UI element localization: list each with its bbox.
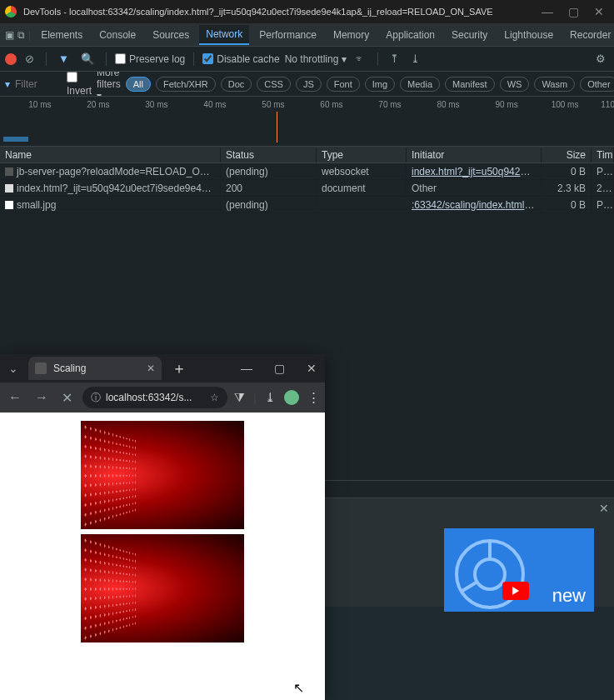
timeline-tick: 10 ms (28, 100, 51, 109)
cell-initiator[interactable]: :63342/scaling/index.html?_ijt= (407, 198, 542, 212)
browser-tab[interactable]: Scaling ✕ (28, 357, 162, 380)
disable-cache-label: Disable cache (217, 53, 279, 65)
cell-status: (pending) (221, 198, 317, 212)
tab-recorder[interactable]: Recorder (563, 26, 614, 44)
timeline-tick: 40 ms (203, 100, 226, 109)
tab-memory[interactable]: Memory (327, 26, 376, 44)
tab-performance[interactable]: Performance (252, 26, 323, 44)
clear-button[interactable]: ⊘ (22, 51, 37, 67)
forward-button[interactable]: → (32, 390, 52, 405)
preserve-log-checkbox[interactable]: Preserve log (115, 53, 185, 65)
col-initiator[interactable]: Initiator (407, 148, 542, 162)
table-row[interactable]: jb-server-page?reloadMode=RELOAD_ON_SAVE… (0, 163, 614, 180)
tab-console[interactable]: Console (92, 26, 142, 44)
table-row[interactable]: index.html?_ijt=u50q942u0ect7i9sede9e4k1… (0, 180, 614, 197)
filter-type-img[interactable]: Img (365, 77, 395, 92)
more-filters-select[interactable]: More filters ▾ (97, 72, 121, 97)
table-row[interactable]: small.jpg(pending):63342/scaling/index.h… (0, 197, 614, 213)
chrome-logo-icon (5, 6, 17, 18)
stop-reload-button[interactable]: ✕ (58, 390, 76, 406)
maximize-button[interactable]: ▢ (568, 5, 579, 18)
preserve-log-label: Preserve log (129, 53, 185, 65)
browser-menu-icon[interactable]: ⋮ (307, 390, 320, 405)
profile-avatar-icon[interactable] (284, 390, 299, 405)
disable-cache-checkbox[interactable]: Disable cache (202, 53, 279, 65)
record-button[interactable] (5, 53, 17, 65)
network-toolbar-filter: ▾ Invert More filters ▾ All Fetch/XHR Do… (0, 72, 614, 97)
filter-type-fetchxhr[interactable]: Fetch/XHR (156, 77, 216, 92)
request-type-icon (5, 201, 13, 209)
video-thumbnail[interactable]: new (444, 528, 594, 612)
back-button[interactable]: ← (5, 390, 25, 405)
tab-dropdown-icon[interactable]: ⌄ (3, 362, 23, 375)
cell-size: 0 B (542, 164, 592, 179)
tab-lighthouse[interactable]: Lighthouse (497, 26, 560, 44)
filter-type-other[interactable]: Other (580, 77, 614, 92)
cell-name: small.jpg (0, 198, 221, 212)
filter-type-media[interactable]: Media (400, 77, 440, 92)
inspect-icon[interactable]: ▣ (5, 29, 14, 41)
tab-network[interactable]: Network (199, 25, 249, 45)
thumbnail-caption: new (552, 585, 586, 607)
network-settings-gear-icon[interactable]: ⚙ (592, 51, 609, 67)
browser-close-button[interactable]: ✕ (298, 362, 325, 375)
cell-initiator: Other (407, 181, 542, 196)
drawer-close-icon[interactable]: ✕ (599, 502, 609, 515)
timeline-tick: 60 ms (320, 100, 342, 109)
filter-input[interactable] (15, 78, 62, 90)
network-toolbar-primary: ⊘ ▼ 🔍 Preserve log Disable cache No thro… (0, 47, 614, 72)
network-timeline[interactable]: 10 ms 20 ms 30 ms 40 ms 50 ms 60 ms 70 m… (0, 97, 614, 147)
browser-maximize-button[interactable]: ▢ (266, 362, 293, 375)
filter-toggle-icon[interactable]: ▼ (55, 51, 72, 67)
timeline-tick: 100 ms (552, 100, 579, 109)
svg-point-1 (475, 559, 505, 589)
tab-security[interactable]: Security (445, 26, 494, 44)
tab-application[interactable]: Application (379, 26, 442, 44)
tab-elements[interactable]: Elements (34, 26, 89, 44)
filter-type-css[interactable]: CSS (257, 77, 291, 92)
devtools-tabbar: ▣ ⧉ | Elements Console Sources Network P… (0, 23, 614, 47)
col-time[interactable]: Time (592, 148, 614, 162)
invert-label: Invert (67, 85, 92, 97)
col-size[interactable]: Size (542, 148, 592, 162)
minimize-button[interactable]: — (542, 5, 553, 18)
cell-status: (pending) (221, 164, 317, 179)
extensions-icon[interactable]: ⧩ (234, 390, 245, 405)
site-info-icon[interactable]: ⓘ (91, 391, 101, 405)
close-button[interactable]: ✕ (594, 5, 604, 18)
filter-type-js[interactable]: JS (296, 77, 322, 92)
cell-initiator[interactable]: index.html?_ijt=u50q942u0ect7 (407, 164, 542, 179)
filter-type-doc[interactable]: Doc (221, 77, 252, 92)
window-title: DevTools - localhost:63342/scaling/index… (23, 7, 537, 17)
throttling-select[interactable]: No throttling ▾ (285, 53, 347, 65)
filter-type-ws[interactable]: WS (500, 77, 530, 92)
page-content (0, 412, 325, 700)
browser-tabstrip: ⌄ Scaling ✕ ＋ — ▢ ✕ (0, 354, 325, 382)
tab-sources[interactable]: Sources (146, 26, 196, 44)
mouse-cursor-icon: ↖ (293, 680, 304, 696)
favicon-icon (35, 362, 47, 374)
new-tab-button[interactable]: ＋ (167, 358, 192, 378)
filter-type-font[interactable]: Font (327, 77, 360, 92)
import-har-icon[interactable]: ⤒ (387, 51, 402, 67)
export-har-icon[interactable]: ⤓ (407, 51, 423, 67)
wifi-conditions-icon[interactable]: ᯤ (352, 51, 369, 67)
filter-type-manifest[interactable]: Manifest (445, 77, 495, 92)
window-controls: — ▢ ✕ (537, 5, 609, 18)
col-status[interactable]: Status (221, 148, 317, 162)
address-bar[interactable]: ⓘ localhost:63342/s... ☆ (82, 387, 227, 408)
col-name[interactable]: Name (0, 148, 221, 162)
col-type[interactable]: Type (317, 148, 407, 162)
device-toggle-icon[interactable]: ⧉ (17, 29, 25, 41)
cell-type (317, 203, 407, 207)
filter-type-wasm[interactable]: Wasm (534, 77, 575, 92)
search-icon[interactable]: 🔍 (77, 51, 97, 67)
filter-type-all[interactable]: All (126, 77, 151, 92)
invert-checkbox[interactable]: Invert (67, 72, 92, 97)
tab-close-icon[interactable]: ✕ (147, 362, 155, 374)
funnel-icon: ▾ (5, 78, 10, 90)
bookmark-star-icon[interactable]: ☆ (210, 392, 219, 403)
browser-minimize-button[interactable]: — (232, 362, 261, 375)
downloads-icon[interactable]: ⤓ (265, 390, 276, 405)
cell-name: jb-server-page?reloadMode=RELOAD_ON_SAVE… (0, 164, 221, 179)
